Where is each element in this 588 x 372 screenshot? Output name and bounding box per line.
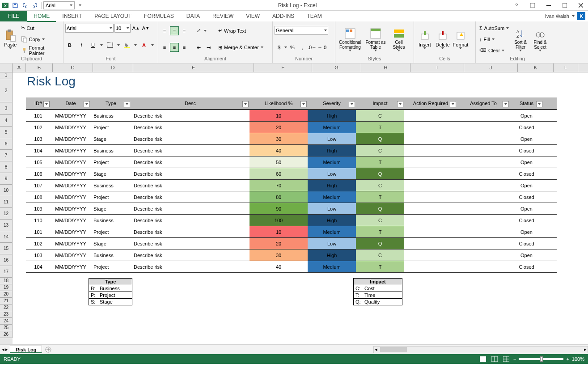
- page-layout-view-icon[interactable]: [490, 355, 499, 363]
- user-name[interactable]: Ivan Walsh: [545, 13, 569, 19]
- cell-id[interactable]: 107: [26, 180, 51, 191]
- ribbon-tab-review[interactable]: REVIEW: [206, 11, 240, 21]
- cell-impact[interactable]: C: [356, 215, 404, 226]
- cell-type[interactable]: Stage: [91, 238, 131, 249]
- cell-id[interactable]: 104: [26, 145, 51, 156]
- horizontal-scrollbar[interactable]: ◂ ▸: [373, 346, 588, 353]
- row-header[interactable]: 8: [0, 161, 13, 173]
- cell-severity[interactable]: Medium: [308, 226, 356, 237]
- normal-view-icon[interactable]: [478, 355, 487, 363]
- row-header[interactable]: 7: [0, 150, 13, 161]
- cell-date[interactable]: MM/DD/YYYY: [51, 168, 91, 179]
- conditional-formatting-button[interactable]: Conditional Formatting: [337, 22, 363, 56]
- fill-button[interactable]: ↓Fill: [478, 34, 511, 44]
- format-painter-button[interactable]: Format Painter: [19, 46, 61, 55]
- cell-id[interactable]: 108: [26, 191, 51, 203]
- cell-desc[interactable]: Describe risk: [131, 249, 250, 261]
- row-header[interactable]: 21: [0, 298, 13, 304]
- cell-action[interactable]: [404, 180, 457, 191]
- cell-assigned[interactable]: [457, 110, 510, 121]
- ribbon-tab-add-ins[interactable]: ADD-INS: [266, 11, 300, 21]
- column-header[interactable]: K: [518, 63, 554, 72]
- bold-button[interactable]: B: [65, 41, 74, 50]
- decrease-indent-icon[interactable]: ⇤: [194, 43, 203, 52]
- row-header[interactable]: 6: [0, 138, 13, 150]
- cell-assigned[interactable]: [457, 145, 510, 156]
- cell-desc[interactable]: Describe risk: [131, 168, 250, 179]
- filter-button[interactable]: [397, 101, 403, 107]
- filter-button[interactable]: [43, 101, 50, 107]
- cell-status[interactable]: Open: [510, 110, 543, 121]
- cell-action[interactable]: [404, 226, 457, 237]
- cell-desc[interactable]: Describe risk: [131, 238, 250, 249]
- cell-id[interactable]: 109: [26, 203, 51, 214]
- cell-desc[interactable]: Describe risk: [131, 215, 250, 226]
- row-header[interactable]: 14: [0, 231, 13, 243]
- filter-button[interactable]: [349, 101, 355, 107]
- cell-severity[interactable]: High: [308, 249, 356, 261]
- comma-format-icon[interactable]: ,: [298, 43, 307, 52]
- worksheet[interactable]: Risk Log ID#DateTypeDescLikelihood %Seve…: [13, 72, 588, 344]
- cell-type[interactable]: Business: [91, 110, 131, 121]
- increase-decimal-icon[interactable]: .0→: [308, 43, 317, 52]
- paste-button[interactable]: Paste: [2, 22, 19, 56]
- cell-impact[interactable]: C: [356, 249, 404, 261]
- filter-button[interactable]: [84, 101, 90, 107]
- qat-more-icon[interactable]: [76, 1, 85, 10]
- cell-action[interactable]: [404, 133, 457, 144]
- column-header[interactable]: C: [53, 63, 93, 72]
- format-as-table-button[interactable]: Format as Table: [363, 22, 388, 56]
- cell-severity[interactable]: Medium: [308, 122, 356, 133]
- cell-date[interactable]: MM/DD/YYYY: [51, 261, 91, 272]
- cell-desc[interactable]: Describe risk: [131, 261, 250, 272]
- cell-date[interactable]: MM/DD/YYYY: [51, 156, 91, 168]
- cell-type[interactable]: Project: [91, 226, 131, 237]
- cell-id[interactable]: 101: [26, 226, 51, 237]
- ribbon-tab-insert[interactable]: INSERT: [56, 11, 88, 21]
- cell-impact[interactable]: Q: [356, 133, 404, 144]
- cell-type[interactable]: Business: [91, 180, 131, 191]
- cell-type[interactable]: Project: [91, 156, 131, 168]
- cell-date[interactable]: MM/DD/YYYY: [51, 203, 91, 214]
- row-header[interactable]: 17: [0, 266, 13, 278]
- column-header[interactable]: G: [312, 63, 361, 72]
- cell-action[interactable]: [404, 261, 457, 272]
- filter-button[interactable]: [124, 101, 130, 107]
- cell-severity[interactable]: High: [308, 110, 356, 121]
- cell-date[interactable]: MM/DD/YYYY: [51, 191, 91, 203]
- align-bottom-icon[interactable]: ≡: [180, 26, 189, 35]
- cell-date[interactable]: MM/DD/YYYY: [51, 110, 91, 121]
- row-header[interactable]: 12: [0, 208, 13, 220]
- cell-severity[interactable]: Low: [308, 238, 356, 249]
- cell-likelihood[interactable]: 30: [250, 249, 308, 261]
- ribbon-tab-page-layout[interactable]: PAGE LAYOUT: [88, 11, 138, 21]
- cell-impact[interactable]: T: [356, 191, 404, 203]
- cell-action[interactable]: [404, 156, 457, 168]
- help-icon[interactable]: ?: [510, 1, 523, 10]
- cell-likelihood[interactable]: 40: [250, 261, 308, 272]
- cell-severity[interactable]: Medium: [308, 261, 356, 272]
- tab-nav-first-icon[interactable]: ◂: [2, 347, 4, 352]
- cell-desc[interactable]: Describe risk: [131, 133, 250, 144]
- delete-cells-button[interactable]: Delete: [434, 22, 452, 56]
- cell-styles-button[interactable]: Cell Styles: [388, 22, 410, 56]
- cell-status[interactable]: Open: [510, 249, 543, 261]
- cell-assigned[interactable]: [457, 203, 510, 214]
- cell-type[interactable]: Stage: [91, 203, 131, 214]
- italic-button[interactable]: I: [77, 41, 86, 50]
- row-header[interactable]: 2: [0, 79, 13, 102]
- column-header[interactable]: A: [13, 63, 26, 72]
- cell-severity[interactable]: High: [308, 145, 356, 156]
- cell-action[interactable]: [404, 249, 457, 261]
- qat-font-combo[interactable]: Arial: [43, 1, 75, 9]
- cell-date[interactable]: MM/DD/YYYY: [51, 133, 91, 144]
- increase-indent-icon[interactable]: ⇥: [204, 43, 213, 52]
- column-header[interactable]: I: [410, 63, 464, 72]
- minimize-icon[interactable]: [542, 1, 555, 10]
- ribbon-options-icon[interactable]: [526, 1, 539, 10]
- filter-button[interactable]: [450, 101, 456, 107]
- new-sheet-button[interactable]: [44, 345, 53, 354]
- align-middle-icon[interactable]: ≡: [170, 26, 179, 35]
- cell-assigned[interactable]: [457, 261, 510, 272]
- underline-button[interactable]: U: [89, 41, 97, 50]
